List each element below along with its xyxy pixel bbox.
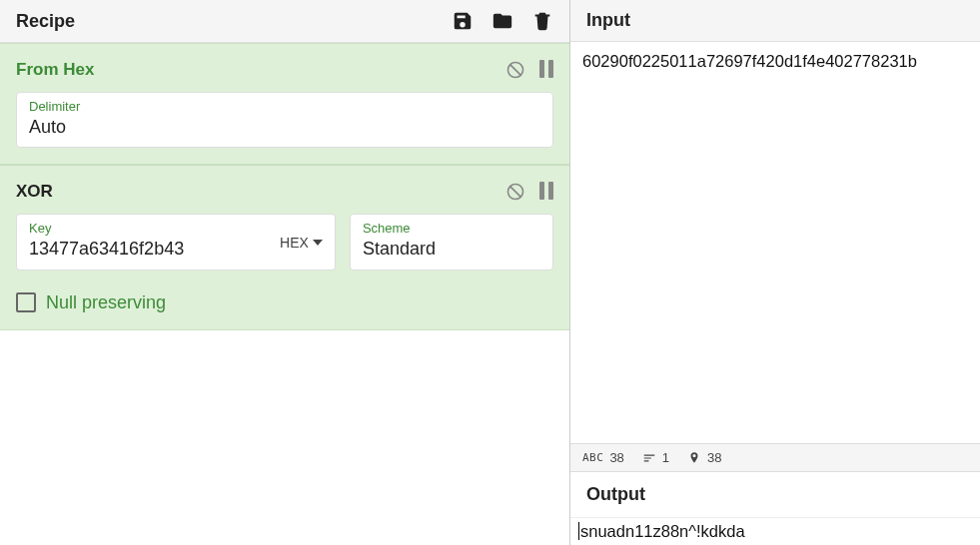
trash-icon[interactable]	[531, 10, 553, 32]
delimiter-field[interactable]: Delimiter Auto	[16, 92, 553, 148]
recipe-header: Recipe	[0, 0, 569, 43]
null-preserving-checkbox[interactable]: Null preserving	[16, 292, 553, 313]
key-value: 13477a63416f2b43	[29, 238, 280, 261]
lines-icon	[642, 451, 656, 465]
pause-icon[interactable]	[539, 60, 553, 80]
delimiter-label: Delimiter	[29, 99, 540, 114]
status-lines: 1	[642, 450, 669, 465]
operation-title: From Hex	[16, 60, 94, 80]
status-pos: 38	[687, 450, 721, 465]
output-title: Output	[570, 472, 980, 517]
disable-icon[interactable]	[505, 60, 525, 80]
io-panel: Input 60290f0225011a72697f420d1f4e402778…	[570, 0, 980, 545]
status-pos-value: 38	[707, 450, 721, 465]
recipe-title: Recipe	[16, 11, 75, 32]
checkbox-icon	[16, 292, 36, 312]
input-textarea[interactable]: 60290f0225011a72697f420d1f4e402778231b	[570, 42, 980, 443]
operation-xor: XOR Key 13477a63416f2b43 HEX	[0, 165, 569, 329]
status-chars-value: 38	[609, 450, 623, 465]
input-value: 60290f0225011a72697f420d1f4e402778231b	[582, 52, 917, 70]
recipe-header-actions	[452, 10, 553, 32]
output-value: snuadn11z88n^!kdkda	[580, 522, 745, 540]
chevron-down-icon	[313, 238, 323, 248]
input-status-bar: ABC 38 1 38	[570, 443, 980, 472]
key-field[interactable]: Key 13477a63416f2b43 HEX	[16, 214, 336, 270]
operation-title: XOR	[16, 182, 53, 202]
pin-icon	[687, 451, 701, 465]
key-type-value: HEX	[280, 235, 309, 251]
abc-icon: ABC	[582, 451, 603, 464]
pause-icon[interactable]	[539, 182, 553, 202]
status-chars: ABC 38	[582, 450, 624, 465]
folder-icon[interactable]	[491, 10, 513, 32]
disable-icon[interactable]	[505, 182, 525, 202]
scheme-field[interactable]: Scheme Standard	[350, 214, 553, 270]
input-title: Input	[586, 10, 630, 31]
input-header: Input	[570, 0, 980, 42]
operation-from-hex: From Hex Delimiter Auto	[0, 43, 569, 165]
key-label: Key	[29, 221, 280, 236]
scheme-value: Standard	[363, 238, 540, 261]
null-preserving-label: Null preserving	[46, 292, 166, 313]
output-textarea[interactable]: snuadn11z88n^!kdkda	[570, 517, 980, 545]
status-lines-value: 1	[662, 450, 669, 465]
save-icon[interactable]	[452, 10, 474, 32]
key-type-dropdown[interactable]: HEX	[280, 235, 323, 251]
scheme-label: Scheme	[363, 221, 540, 236]
text-cursor	[578, 522, 579, 540]
delimiter-value: Auto	[29, 116, 540, 139]
recipe-panel: Recipe From Hex Delimiter	[0, 0, 570, 545]
